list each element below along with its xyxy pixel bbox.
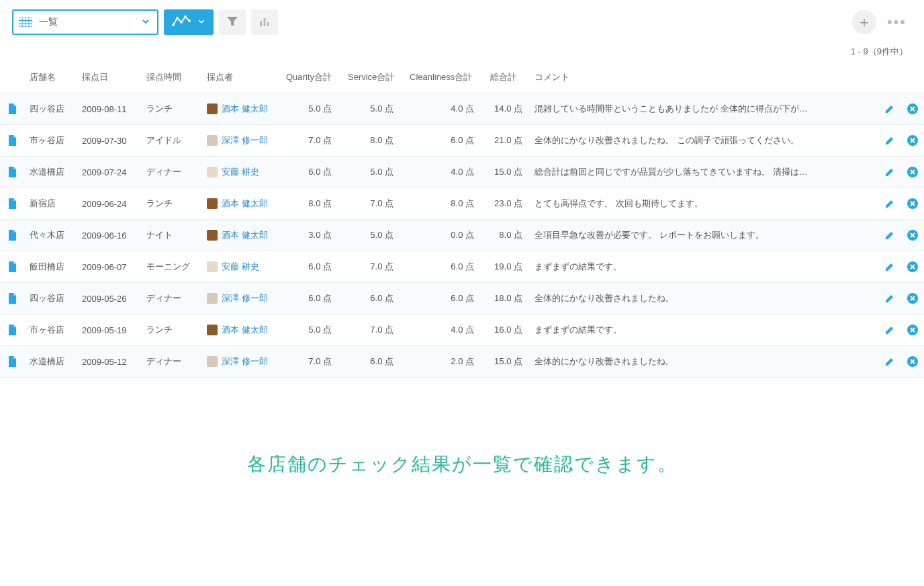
more-button[interactable]: ••• bbox=[882, 13, 912, 31]
scorer-link[interactable]: 深澤 修一郎 bbox=[222, 292, 268, 304]
edit-button[interactable] bbox=[878, 93, 901, 125]
edit-button[interactable] bbox=[878, 346, 901, 378]
cell-store: 四ッ谷店 bbox=[24, 93, 77, 125]
cell-scorer: 酒本 健太郎 bbox=[201, 220, 281, 251]
edit-button[interactable] bbox=[878, 251, 901, 283]
cell-total: 18.0 点 bbox=[485, 283, 529, 315]
th-date[interactable]: 採点日 bbox=[77, 62, 141, 93]
filter-button[interactable] bbox=[219, 9, 246, 35]
scorer-link[interactable]: 安藤 耕史 bbox=[222, 261, 259, 273]
scorer-link[interactable]: 酒本 健太郎 bbox=[222, 198, 268, 210]
table-header-row: 店舗名 採点日 採点時間 採点者 Quarity合計 Service合計 Cle… bbox=[0, 62, 924, 93]
scorer-link[interactable]: 酒本 健太郎 bbox=[222, 324, 268, 336]
record-icon[interactable] bbox=[0, 346, 24, 378]
table-row: 飯田橋店2009-06-07モーニング安藤 耕史6.0 点7.0 点6.0 点1… bbox=[0, 251, 924, 283]
svg-point-6 bbox=[172, 24, 175, 26]
cell-scorer: 酒本 健太郎 bbox=[201, 188, 281, 220]
table-row: 市ヶ谷店2009-07-30アイドル深澤 修一郎7.0 点8.0 点6.0 点2… bbox=[0, 125, 924, 157]
delete-button[interactable] bbox=[901, 283, 924, 315]
th-quality[interactable]: Quarity合計 bbox=[281, 62, 342, 93]
cell-quality: 6.0 点 bbox=[281, 157, 342, 188]
cell-total: 15.0 点 bbox=[485, 157, 529, 188]
cell-service: 5.0 点 bbox=[342, 220, 404, 251]
cell-date: 2009-05-19 bbox=[77, 315, 141, 346]
edit-button[interactable] bbox=[878, 157, 901, 188]
delete-button[interactable] bbox=[901, 125, 924, 157]
cell-comment: 全体的にかなり改善されましたね。 この調子で頑張ってください。 bbox=[529, 125, 878, 157]
delete-button[interactable] bbox=[901, 157, 924, 188]
cell-total: 21.0 点 bbox=[485, 125, 529, 157]
edit-button[interactable] bbox=[878, 220, 901, 251]
record-icon[interactable] bbox=[0, 125, 24, 157]
delete-button[interactable] bbox=[901, 220, 924, 251]
th-time[interactable]: 採点時間 bbox=[141, 62, 201, 93]
edit-button[interactable] bbox=[878, 188, 901, 220]
cell-store: 市ヶ谷店 bbox=[24, 315, 77, 346]
record-icon[interactable] bbox=[0, 157, 24, 188]
cell-quality: 8.0 点 bbox=[281, 188, 342, 220]
table-row: 水道橋店2009-07-24ディナー安藤 耕史6.0 点5.0 点4.0 点15… bbox=[0, 157, 924, 188]
record-icon[interactable] bbox=[0, 188, 24, 220]
cell-store: 四ッ谷店 bbox=[24, 283, 77, 315]
cell-time: ランチ bbox=[141, 93, 201, 125]
cell-total: 16.0 点 bbox=[485, 315, 529, 346]
cell-total: 14.0 点 bbox=[485, 93, 529, 125]
delete-button[interactable] bbox=[901, 93, 924, 125]
line-graph-icon bbox=[172, 15, 191, 30]
cell-time: ディナー bbox=[141, 346, 201, 378]
th-scorer[interactable]: 採点者 bbox=[201, 62, 281, 93]
cell-store: 水道橋店 bbox=[24, 157, 77, 188]
cell-service: 5.0 点 bbox=[342, 93, 404, 125]
cell-quality: 6.0 点 bbox=[281, 251, 342, 283]
scorer-link[interactable]: 安藤 耕史 bbox=[222, 166, 259, 178]
cell-total: 19.0 点 bbox=[485, 251, 529, 283]
cell-scorer: 深澤 修一郎 bbox=[201, 346, 281, 378]
cell-service: 7.0 点 bbox=[342, 315, 404, 346]
record-icon[interactable] bbox=[0, 283, 24, 315]
edit-button[interactable] bbox=[878, 125, 901, 157]
cell-date: 2009-05-12 bbox=[77, 346, 141, 378]
cell-quality: 5.0 点 bbox=[281, 315, 342, 346]
cell-comment: 全体的にかなり改善されましたね。 bbox=[529, 346, 878, 378]
cell-service: 6.0 点 bbox=[342, 283, 404, 315]
cell-date: 2009-08-11 bbox=[77, 93, 141, 125]
cell-comment: 混雑している時間帯ということもありましたが 全体的に得点が下が… bbox=[529, 93, 878, 125]
th-clean[interactable]: Cleanliness合計 bbox=[404, 62, 485, 93]
th-total[interactable]: 総合計 bbox=[485, 62, 529, 93]
graph-button[interactable] bbox=[164, 9, 214, 35]
delete-button[interactable] bbox=[901, 315, 924, 346]
plus-icon: ＋ bbox=[857, 12, 872, 32]
edit-button[interactable] bbox=[878, 283, 901, 315]
cell-comment: まずまずの結果です。 bbox=[529, 251, 878, 283]
scorer-link[interactable]: 深澤 修一郎 bbox=[222, 355, 268, 368]
th-store[interactable]: 店舗名 bbox=[24, 62, 77, 93]
record-icon[interactable] bbox=[0, 220, 24, 251]
edit-button[interactable] bbox=[878, 315, 901, 346]
record-icon[interactable] bbox=[0, 251, 24, 283]
scorer-link[interactable]: 酒本 健太郎 bbox=[222, 229, 268, 241]
scorer-link[interactable]: 酒本 健太郎 bbox=[222, 103, 268, 115]
svg-rect-12 bbox=[264, 18, 266, 26]
table-row: 四ッ谷店2009-08-11ランチ酒本 健太郎5.0 点5.0 点4.0 点14… bbox=[0, 93, 924, 125]
view-select[interactable]: 一覧 bbox=[12, 9, 158, 35]
cell-quality: 5.0 点 bbox=[281, 93, 342, 125]
cell-store: 代々木店 bbox=[24, 220, 77, 251]
cell-store: 市ヶ谷店 bbox=[24, 125, 77, 157]
scorer-link[interactable]: 深澤 修一郎 bbox=[222, 134, 268, 146]
record-icon[interactable] bbox=[0, 315, 24, 346]
cell-clean: 2.0 点 bbox=[404, 346, 485, 378]
delete-button[interactable] bbox=[901, 188, 924, 220]
add-button[interactable]: ＋ bbox=[852, 10, 876, 34]
toolbar: 一覧 ＋ ••• bbox=[0, 0, 924, 42]
th-comment[interactable]: コメント bbox=[529, 62, 878, 93]
cell-time: ランチ bbox=[141, 315, 201, 346]
record-icon[interactable] bbox=[0, 93, 24, 125]
delete-button[interactable] bbox=[901, 346, 924, 378]
th-service[interactable]: Service合計 bbox=[342, 62, 404, 93]
chart-button[interactable] bbox=[251, 9, 278, 35]
avatar bbox=[207, 356, 218, 367]
cell-quality: 6.0 点 bbox=[281, 283, 342, 315]
bar-chart-icon bbox=[259, 15, 271, 30]
cell-service: 5.0 点 bbox=[342, 157, 404, 188]
delete-button[interactable] bbox=[901, 251, 924, 283]
